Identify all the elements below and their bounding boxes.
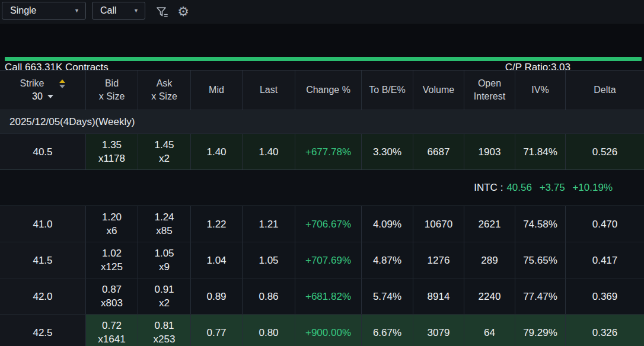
strike-cell[interactable]: 41.0	[0, 206, 86, 242]
sort-ascending-icon	[59, 79, 65, 83]
header-last[interactable]: Last	[243, 71, 295, 110]
chevron-down-icon	[47, 95, 53, 98]
strike-cell[interactable]: 40.5	[0, 134, 86, 169]
strike-count-value: 30	[32, 90, 43, 103]
ask-cell[interactable]: 1.45x2	[138, 134, 191, 169]
to-breakeven-cell[interactable]: 4.87%	[362, 242, 413, 278]
to-breakeven-cell[interactable]: 4.09%	[362, 206, 413, 242]
expiry-group-row[interactable]: 2025/12/05(4Days)(Weekly)	[0, 110, 644, 134]
delta-cell[interactable]: 0.369	[566, 278, 644, 314]
ticker-symbol: INTC	[474, 182, 498, 193]
header-delta[interactable]: Delta	[566, 71, 644, 110]
table-header-row: Strike 30 Bid x Size Ask x Size	[0, 70, 644, 110]
expiry-group-label: 2025/12/05(4Days)(Weekly)	[9, 116, 135, 128]
bid-cell[interactable]: 0.72x1641	[86, 315, 138, 346]
strike-header-label: Strike	[20, 77, 44, 90]
call-put-ratio-bar	[5, 57, 642, 61]
mid-cell[interactable]: 1.40	[191, 134, 243, 169]
iv-cell[interactable]: 74.58%	[515, 206, 566, 242]
last-cell[interactable]: 0.80	[243, 315, 295, 346]
last-cell[interactable]: 1.21	[243, 206, 295, 242]
strike-cell[interactable]: 42.5	[0, 315, 86, 346]
open-interest-cell[interactable]: 2240	[464, 278, 515, 314]
header-change-pct[interactable]: Change %	[295, 71, 362, 110]
options-chain-panel: Single ▼ Call ▼ ⚙ Call 663.31K Contracts…	[0, 0, 644, 346]
change-cell[interactable]: +707.69%	[295, 242, 362, 278]
quote-colon: :	[500, 182, 503, 193]
settings-gear-icon[interactable]: ⚙	[176, 4, 191, 20]
last-cell[interactable]: 0.86	[243, 278, 295, 314]
option-type-dropdown-value: Call	[100, 5, 117, 16]
summary-band: Call 663.31K Contracts C/P Ratio:3.03	[0, 24, 644, 57]
quote-price: 40.56	[506, 182, 532, 193]
header-to-breakeven[interactable]: To B/E%	[362, 71, 413, 110]
header-mid[interactable]: Mid	[191, 71, 243, 110]
ask-cell[interactable]: 1.05x9	[138, 242, 191, 278]
change-cell[interactable]: +900.00%	[295, 315, 362, 346]
ask-cell[interactable]: 0.81x253	[138, 315, 191, 346]
to-breakeven-cell[interactable]: 3.30%	[362, 134, 413, 169]
chevron-down-icon: ▼	[74, 8, 79, 14]
bid-cell[interactable]: 1.20x6	[86, 206, 138, 242]
last-cell[interactable]: 1.40	[243, 134, 295, 169]
bid-cell[interactable]: 1.02x125	[86, 242, 138, 278]
option-row[interactable]: 42.50.72x16410.81x2530.770.80+900.00%6.6…	[0, 315, 644, 346]
header-volume[interactable]: Volume	[413, 71, 464, 110]
header-strike[interactable]: Strike 30	[0, 71, 86, 110]
volume-cell[interactable]: 3079	[413, 315, 464, 346]
iv-cell[interactable]: 71.84%	[515, 134, 566, 169]
quote-change-pct: +10.19%	[572, 182, 613, 193]
to-breakeven-cell[interactable]: 6.67%	[362, 315, 413, 346]
quote-change: +3.75	[540, 182, 565, 193]
mid-cell[interactable]: 0.89	[191, 278, 243, 314]
options-table: Strike 30 Bid x Size Ask x Size	[0, 70, 644, 346]
filter-icon[interactable]	[154, 4, 170, 20]
header-bid[interactable]: Bid x Size	[86, 71, 138, 110]
to-breakeven-cell[interactable]: 5.74%	[362, 278, 413, 314]
underlying-quote-row: INTC : 40.56 +3.75 +10.19%	[0, 170, 644, 206]
option-row[interactable]: 40.51.35x11781.45x21.401.40+677.78%3.30%…	[0, 134, 644, 170]
toolbar: Single ▼ Call ▼ ⚙	[0, 0, 644, 24]
iv-cell[interactable]: 75.65%	[515, 242, 566, 278]
delta-cell[interactable]: 0.326	[566, 315, 644, 346]
sort-arrows-icon[interactable]	[59, 79, 65, 88]
volume-cell[interactable]: 1276	[413, 242, 464, 278]
open-interest-cell[interactable]: 289	[464, 242, 515, 278]
option-type-dropdown[interactable]: Call ▼	[92, 2, 145, 20]
delta-cell[interactable]: 0.470	[566, 206, 644, 242]
ask-cell[interactable]: 1.24x85	[138, 206, 191, 242]
volume-cell[interactable]: 6687	[413, 134, 464, 169]
header-open-interest[interactable]: Open Interest	[464, 71, 515, 110]
strategy-dropdown-value: Single	[10, 5, 36, 16]
iv-cell[interactable]: 79.29%	[515, 315, 566, 346]
option-row[interactable]: 42.00.87x8030.91x20.890.86+681.82%5.74%8…	[0, 278, 644, 315]
strike-cell[interactable]: 42.0	[0, 278, 86, 314]
open-interest-cell[interactable]: 64	[464, 315, 515, 346]
mid-cell[interactable]: 0.77	[191, 315, 243, 346]
delta-cell[interactable]: 0.417	[566, 242, 644, 278]
table-body: 40.51.35x11781.45x21.401.40+677.78%3.30%…	[0, 134, 644, 346]
ask-cell[interactable]: 0.91x2	[138, 278, 191, 314]
option-row[interactable]: 41.51.02x1251.05x91.041.05+707.69%4.87%1…	[0, 242, 644, 278]
header-ask[interactable]: Ask x Size	[138, 71, 191, 110]
iv-cell[interactable]: 77.47%	[515, 278, 566, 314]
option-row[interactable]: 41.01.20x61.24x851.221.21+706.67%4.09%10…	[0, 206, 644, 242]
open-interest-cell[interactable]: 1903	[464, 134, 515, 169]
bid-cell[interactable]: 0.87x803	[86, 278, 138, 314]
change-cell[interactable]: +706.67%	[295, 206, 362, 242]
header-iv[interactable]: IV%	[515, 71, 566, 110]
volume-cell[interactable]: 8914	[413, 278, 464, 314]
open-interest-cell[interactable]: 2621	[464, 206, 515, 242]
mid-cell[interactable]: 1.22	[191, 206, 243, 242]
delta-cell[interactable]: 0.526	[566, 134, 644, 169]
change-cell[interactable]: +681.82%	[295, 278, 362, 314]
strike-count-selector[interactable]: 30	[32, 90, 53, 103]
last-cell[interactable]: 1.05	[243, 242, 295, 278]
volume-cell[interactable]: 10670	[413, 206, 464, 242]
mid-cell[interactable]: 1.04	[191, 242, 243, 278]
sort-descending-icon	[59, 85, 65, 88]
change-cell[interactable]: +677.78%	[295, 134, 362, 169]
strategy-dropdown[interactable]: Single ▼	[2, 2, 86, 20]
strike-cell[interactable]: 41.5	[0, 242, 86, 278]
bid-cell[interactable]: 1.35x1178	[86, 134, 138, 169]
